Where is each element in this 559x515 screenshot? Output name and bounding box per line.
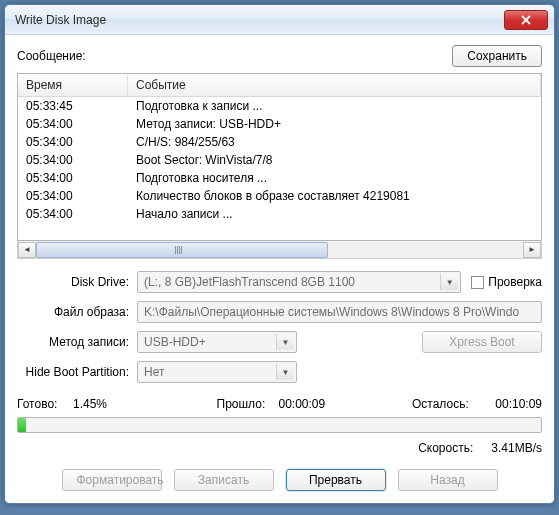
chevron-down-icon[interactable]: ▼: [440, 274, 458, 290]
image-file-field[interactable]: K:\Файлы\Операционные системы\Windows 8\…: [137, 301, 542, 323]
scroll-track[interactable]: [36, 242, 523, 258]
table-row: 05:34:00Количество блоков в образе соста…: [18, 187, 541, 205]
window: Write Disk Image Сообщение: Сохранить Вр…: [4, 4, 555, 504]
elapsed-label: Прошло:: [217, 397, 279, 411]
write-method-label: Метод записи:: [17, 335, 137, 349]
table-row: 05:34:00Начало записи ...: [18, 205, 541, 223]
format-button[interactable]: Форматировать: [62, 469, 162, 491]
chevron-down-icon[interactable]: ▼: [276, 364, 294, 380]
log-listview[interactable]: Время Событие 05:33:45Подготовка к запис…: [17, 73, 542, 241]
speed-value: 3.41MB/s: [491, 441, 542, 455]
horizontal-scrollbar[interactable]: ◄ ►: [17, 241, 542, 259]
done-value: 1.45%: [73, 397, 163, 411]
back-button[interactable]: Назад: [398, 469, 498, 491]
table-row: 05:33:45Подготовка к записи ...: [18, 97, 541, 115]
disk-drive-label: Disk Drive:: [17, 275, 137, 289]
elapsed-value: 00:00:09: [279, 397, 359, 411]
scroll-left-icon[interactable]: ◄: [18, 242, 36, 258]
remain-label: Осталось:: [412, 397, 482, 411]
progress-fill: [18, 418, 26, 432]
table-row: 05:34:00C/H/S: 984/255/63: [18, 133, 541, 151]
scroll-right-icon[interactable]: ►: [523, 242, 541, 258]
verify-checkbox[interactable]: [471, 276, 484, 289]
image-file-value: K:\Файлы\Операционные системы\Windows 8\…: [144, 305, 519, 319]
scroll-thumb[interactable]: [36, 242, 328, 258]
progress-bar: [17, 417, 542, 433]
close-icon: [521, 15, 531, 25]
chevron-down-icon[interactable]: ▼: [276, 334, 294, 350]
titlebar[interactable]: Write Disk Image: [5, 5, 554, 35]
message-label: Сообщение:: [17, 49, 452, 63]
remain-value: 00:10:09: [482, 397, 542, 411]
image-file-label: Файл образа:: [17, 305, 137, 319]
verify-label: Проверка: [488, 275, 542, 289]
speed-label: Скорость:: [418, 441, 473, 455]
client-area: Сообщение: Сохранить Время Событие 05:33…: [5, 35, 554, 503]
window-title: Write Disk Image: [11, 13, 504, 27]
save-button[interactable]: Сохранить: [452, 45, 542, 67]
write-method-combo[interactable]: USB-HDD+ ▼: [137, 331, 297, 353]
table-row: 05:34:00Метод записи: USB-HDD+: [18, 115, 541, 133]
hide-boot-label: Hide Boot Partition:: [17, 365, 137, 379]
listview-header[interactable]: Время Событие: [18, 74, 541, 97]
write-button[interactable]: Записать: [174, 469, 274, 491]
xpress-boot-button[interactable]: Xpress Boot: [422, 331, 542, 353]
col-header-time[interactable]: Время: [18, 74, 128, 96]
abort-button[interactable]: Прервать: [286, 469, 386, 491]
disk-drive-combo[interactable]: (L:, 8 GB)JetFlashTranscend 8GB 1100 ▼: [137, 271, 461, 293]
table-row: 05:34:00Подготовка носителя ...: [18, 169, 541, 187]
write-method-value: USB-HDD+: [144, 335, 206, 349]
col-header-event[interactable]: Событие: [128, 74, 541, 96]
hide-boot-combo[interactable]: Нет ▼: [137, 361, 297, 383]
table-row: 05:34:00Boot Sector: WinVista/7/8: [18, 151, 541, 169]
close-button[interactable]: [504, 10, 548, 30]
done-label: Готово:: [17, 397, 73, 411]
listview-body: 05:33:45Подготовка к записи ... 05:34:00…: [18, 97, 541, 240]
disk-drive-value: (L:, 8 GB)JetFlashTranscend 8GB 1100: [144, 275, 355, 289]
hide-boot-value: Нет: [144, 365, 164, 379]
